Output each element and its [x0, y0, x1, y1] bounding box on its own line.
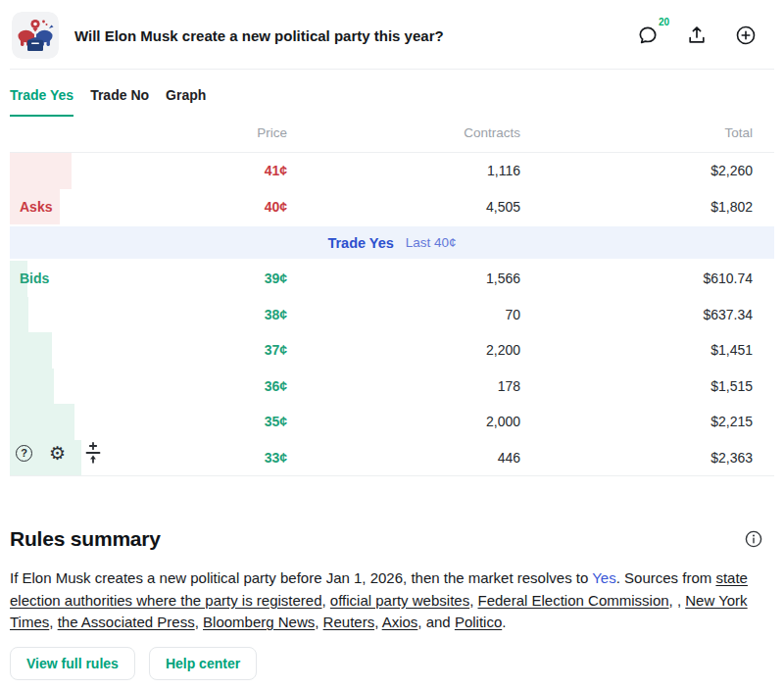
- contracts-cell: 2,200: [287, 342, 520, 358]
- total-cell: $610.74: [520, 271, 753, 286]
- contracts-cell: 70: [287, 307, 520, 322]
- tab-trade-yes[interactable]: Trade Yes: [10, 87, 74, 117]
- orderbook-tools: ? ⚙: [16, 441, 104, 465]
- rules-text-fragment: If Elon Musk creates a new political par…: [10, 569, 592, 586]
- rules-text-fragment: , and: [417, 614, 455, 630]
- price-cell: 41¢: [10, 163, 287, 178]
- price-cell: 38¢: [10, 307, 287, 322]
- share-button[interactable]: [686, 25, 708, 46]
- bid-row[interactable]: 38¢70$637.34: [10, 297, 774, 333]
- total-cell: $1,802: [520, 199, 753, 215]
- gear-icon: ⚙: [49, 444, 66, 463]
- market-header: Will Elon Musk create a new political pa…: [0, 0, 784, 69]
- total-column-header: Total: [520, 125, 753, 140]
- rules-text-fragment: ,: [315, 614, 322, 630]
- orderbook: 41¢1,116$2,260Asks40¢4,505$1,802 Trade Y…: [0, 153, 784, 475]
- price-column-header: Price: [10, 125, 287, 140]
- comments-button[interactable]: 20: [637, 25, 659, 46]
- merge-arrows-icon: [82, 441, 104, 465]
- view-full-rules-button[interactable]: View full rules: [10, 647, 135, 680]
- orderbook-column-headers: Price Contracts Total: [10, 117, 774, 153]
- contracts-column-header: Contracts: [287, 125, 520, 140]
- price-cell: 36¢: [10, 378, 287, 394]
- price-cell: 37¢: [10, 342, 287, 358]
- precision-toggle-button[interactable]: [82, 441, 104, 465]
- ask-row[interactable]: Asks40¢4,505$1,802: [10, 189, 774, 225]
- rules-section: Rules summary If Elon Musk creates a new…: [10, 527, 774, 680]
- bid-row[interactable]: Bids39¢1,566$610.74: [10, 261, 774, 297]
- info-icon: [745, 530, 762, 548]
- rules-source-link[interactable]: Politico: [455, 614, 502, 630]
- tab-trade-no[interactable]: Trade No: [90, 87, 149, 117]
- rules-source-link[interactable]: official party websites: [330, 592, 469, 609]
- rules-text-fragment: ,: [195, 614, 203, 630]
- contracts-cell: 1,116: [287, 163, 520, 178]
- rules-text-fragment: . Sources from: [616, 569, 716, 586]
- price-cell: 39¢: [10, 271, 287, 286]
- ask-row[interactable]: 41¢1,116$2,260: [10, 153, 774, 189]
- total-cell: $1,451: [520, 342, 753, 358]
- rules-text-fragment: ,: [469, 592, 477, 609]
- rules-source-link[interactable]: Bloomberg News: [203, 614, 315, 630]
- rules-summary-heading: Rules summary: [10, 527, 161, 551]
- last-trade-row: Trade Yes Last 40¢: [10, 226, 774, 259]
- settings-button[interactable]: ⚙: [49, 444, 66, 463]
- total-cell: $637.34: [520, 307, 753, 322]
- total-cell: $2,215: [520, 414, 753, 429]
- help-center-button[interactable]: Help center: [149, 647, 257, 680]
- rules-source-link[interactable]: the Associated Press: [58, 614, 195, 630]
- bid-row[interactable]: 36¢178$1,515: [10, 369, 774, 405]
- rules-source-link[interactable]: Federal Election Commission: [478, 592, 669, 609]
- rules-text-fragment: ,: [374, 614, 382, 630]
- rules-text-fragment: ,: [322, 592, 330, 609]
- comments-count-badge: 20: [659, 17, 669, 27]
- rules-source-link[interactable]: Reuters: [323, 614, 375, 630]
- help-button[interactable]: ?: [16, 445, 32, 462]
- add-to-watchlist-button[interactable]: [735, 25, 757, 46]
- rules-text-fragment: , ,: [669, 592, 686, 609]
- total-cell: $1,515: [520, 378, 753, 394]
- upload-arrow-icon: [686, 25, 708, 46]
- last-trade-price-label: Last 40¢: [406, 235, 457, 250]
- rules-source-link[interactable]: Axios: [382, 614, 418, 630]
- rules-info-button[interactable]: [745, 530, 762, 548]
- market-question-title: Will Elon Musk create a new political pa…: [74, 27, 637, 44]
- asks-rows: 41¢1,116$2,260Asks40¢4,505$1,802: [0, 153, 784, 224]
- trade-tabs: Trade Yes Trade No Graph: [0, 70, 784, 117]
- market-thumbnail-icon: [12, 12, 59, 59]
- rules-text-fragment: ,: [49, 614, 57, 630]
- last-trade-side-label: Trade Yes: [327, 235, 393, 251]
- bid-row[interactable]: 35¢2,000$2,215: [10, 404, 774, 440]
- price-cell: 35¢: [10, 414, 287, 429]
- plus-circle-icon: [735, 25, 757, 46]
- total-cell: $2,260: [520, 163, 753, 178]
- speech-bubble-icon: [637, 25, 659, 46]
- contracts-cell: 2,000: [287, 414, 520, 429]
- price-cell: 40¢: [10, 199, 287, 215]
- tab-graph[interactable]: Graph: [166, 87, 206, 117]
- contracts-cell: 4,505: [287, 199, 520, 215]
- contracts-cell: 446: [287, 450, 520, 466]
- total-cell: $2,363: [520, 450, 753, 466]
- question-mark-icon: ?: [16, 445, 32, 462]
- contracts-cell: 1,566: [287, 271, 520, 286]
- contracts-cell: 178: [287, 378, 520, 394]
- resolve-yes-link[interactable]: Yes: [592, 569, 615, 586]
- orderbook-bottom-divider: [10, 475, 774, 476]
- bids-rows: Bids39¢1,566$610.7438¢70$637.3437¢2,200$…: [0, 261, 784, 475]
- bid-row[interactable]: 37¢2,200$1,451: [10, 332, 774, 369]
- rules-summary-text: If Elon Musk creates a new political par…: [10, 567, 757, 634]
- bid-row[interactable]: 33¢446$2,363: [10, 440, 774, 476]
- rules-text-fragment: .: [502, 614, 506, 630]
